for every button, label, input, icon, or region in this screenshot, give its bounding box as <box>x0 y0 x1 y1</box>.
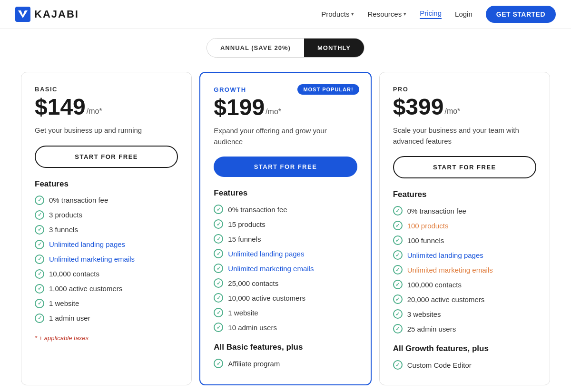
nav-resources[interactable]: Resources ▾ <box>367 10 406 18</box>
list-item: 1 admin user <box>35 314 178 323</box>
check-icon <box>393 294 403 304</box>
check-icon <box>214 219 223 229</box>
plan-growth: GROWTH MOST POPULAR! $199 /mo* Expand yo… <box>199 72 371 385</box>
nav-products[interactable]: Products ▾ <box>321 10 354 18</box>
check-icon <box>214 359 223 368</box>
plan-basic-features-label: Features <box>35 179 178 189</box>
popular-badge: MOST POPULAR! <box>297 84 359 95</box>
list-item: Unlimited marketing emails <box>214 264 357 273</box>
all-growth-label: All Growth features, plus <box>393 344 536 353</box>
check-icon <box>35 255 44 264</box>
plan-growth-feature-list: 0% transaction fee 15 products 15 funnel… <box>214 205 357 332</box>
list-item: Unlimited landing pages <box>393 250 536 260</box>
check-icon <box>393 221 403 230</box>
logo[interactable]: KAJABI <box>15 7 79 22</box>
list-item: 25 admin users <box>393 324 536 333</box>
plan-pro-price-dollar: $399 <box>393 96 444 118</box>
plan-basic-price-period: /mo* <box>87 107 102 116</box>
check-icon <box>35 225 44 235</box>
plan-pro-price: $399 /mo* <box>393 96 536 118</box>
check-icon <box>35 269 44 279</box>
list-item: Unlimited landing pages <box>35 240 178 249</box>
list-item: 0% transaction fee <box>35 196 178 205</box>
list-item: Unlimited marketing emails <box>393 265 536 274</box>
plan-growth-price-dollar: $199 <box>214 96 265 119</box>
plan-pro-extra-features: Custom Code Editor <box>393 360 536 370</box>
nav-pricing[interactable]: Pricing <box>420 9 442 19</box>
list-item: 3 products <box>35 210 178 220</box>
plan-growth-cta[interactable]: START FOR FREE <box>214 157 357 177</box>
plan-basic-price: $149 /mo* <box>35 96 178 118</box>
check-icon <box>35 196 44 205</box>
all-basic-label: All Basic features, plus <box>214 343 357 352</box>
check-icon <box>214 278 223 288</box>
check-icon <box>393 360 403 370</box>
billing-toggle: ANNUAL (SAVE 20%) MONTHLY <box>0 29 571 72</box>
list-item: 1,000 active customers <box>35 284 178 294</box>
plan-growth-description: Expand your offering and grow your audie… <box>214 126 357 147</box>
check-icon <box>393 235 403 245</box>
check-icon <box>35 210 44 220</box>
svg-rect-0 <box>15 7 30 22</box>
check-icon <box>214 293 223 303</box>
plan-basic-cta[interactable]: START FOR FREE <box>35 146 178 168</box>
plan-pro: PRO $399 /mo* Scale your business and yo… <box>379 72 550 385</box>
nav-links: Products ▾ Resources ▾ Pricing Login GET… <box>321 6 556 23</box>
check-icon <box>214 249 223 258</box>
check-icon <box>393 324 403 333</box>
check-icon <box>214 234 223 244</box>
list-item: 0% transaction fee <box>393 206 536 216</box>
plan-pro-price-period: /mo* <box>444 107 460 116</box>
list-item: Unlimited marketing emails <box>35 255 178 264</box>
plan-pro-features-label: Features <box>393 190 536 199</box>
plan-growth-features-label: Features <box>214 188 357 198</box>
check-icon <box>393 265 403 274</box>
list-item: 100 funnels <box>393 235 536 245</box>
navigation: KAJABI Products ▾ Resources ▾ Pricing Lo… <box>0 0 571 29</box>
plan-pro-name: PRO <box>393 86 536 93</box>
plan-basic: BASIC $149 /mo* Get your business up and… <box>21 72 192 385</box>
list-item: 15 funnels <box>214 234 357 244</box>
list-item: Affiliate program <box>214 359 357 368</box>
list-item: 1 website <box>214 308 357 317</box>
plan-pro-description: Scale your business and your team with a… <box>393 125 536 147</box>
check-icon <box>393 280 403 289</box>
toggle-container: ANNUAL (SAVE 20%) MONTHLY <box>207 38 364 58</box>
check-icon <box>214 308 223 317</box>
plan-basic-description: Get your business up and running <box>35 125 178 136</box>
monthly-toggle-button[interactable]: MONTHLY <box>304 39 364 57</box>
check-icon <box>393 309 403 319</box>
list-item: 1 website <box>35 299 178 308</box>
check-icon <box>35 240 44 249</box>
plan-pro-cta[interactable]: START FOR FREE <box>393 156 536 178</box>
list-item: 3 funnels <box>35 225 178 235</box>
pricing-section: BASIC $149 /mo* Get your business up and… <box>10 72 561 385</box>
check-icon <box>214 323 223 332</box>
plan-growth-extra-features: Affiliate program <box>214 359 357 368</box>
nav-login[interactable]: Login <box>455 10 473 18</box>
plan-basic-feature-list: 0% transaction fee 3 products 3 funnels … <box>35 196 178 323</box>
plan-basic-name: BASIC <box>35 86 178 93</box>
plan-growth-price-period: /mo* <box>266 108 281 116</box>
list-item: 0% transaction fee <box>214 205 357 214</box>
list-item: 100,000 contacts <box>393 280 536 289</box>
plan-basic-price-dollar: $149 <box>35 96 86 118</box>
check-icon <box>214 205 223 214</box>
check-icon <box>393 250 403 260</box>
plan-growth-price: $199 /mo* <box>214 96 357 119</box>
list-item: 10 admin users <box>214 323 357 332</box>
list-item: Custom Code Editor <box>393 360 536 370</box>
plan-pro-feature-list: 0% transaction fee 100 products 100 funn… <box>393 206 536 333</box>
logo-icon <box>15 7 30 22</box>
list-item: 25,000 contacts <box>214 278 357 288</box>
get-started-button[interactable]: GET STARTED <box>486 6 556 23</box>
list-item: 15 products <box>214 219 357 229</box>
logo-text: KAJABI <box>34 8 79 20</box>
check-icon <box>35 314 44 323</box>
chevron-down-icon: ▾ <box>351 11 354 17</box>
check-icon <box>35 299 44 308</box>
list-item: 3 websites <box>393 309 536 319</box>
annual-toggle-button[interactable]: ANNUAL (SAVE 20%) <box>207 39 304 57</box>
check-icon <box>35 284 44 294</box>
list-item: 100 products <box>393 221 536 230</box>
